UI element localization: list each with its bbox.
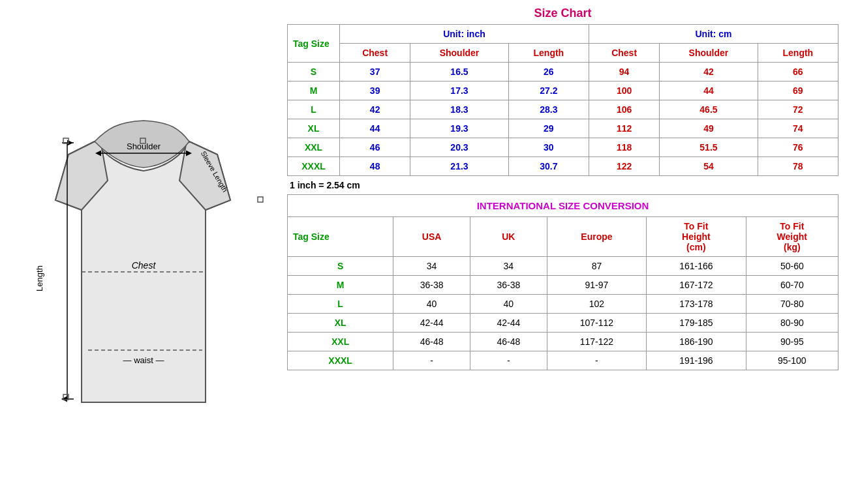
tag-size-header: Tag Size [288,25,340,63]
intl-europe-cell: 91-97 [547,276,646,295]
intl-weight-cell: 50-60 [746,257,838,276]
tag-cell: M [288,82,340,100]
cm-chest-header: Chest [589,44,659,63]
intl-weight-cell: 95-100 [746,351,838,370]
size-table-row: L 42 18.3 28.3 106 46.5 72 [288,100,838,119]
cm-length-cell: 72 [758,100,838,119]
cm-shoulder-cell: 46.5 [660,100,758,119]
intl-uk-header: UK [470,217,547,257]
tag-cell: S [288,63,340,82]
cm-chest-cell: 112 [589,119,659,138]
intl-height-header: To FitHeight(cm) [647,217,746,257]
inch-shoulder-cell: 19.3 [410,119,508,138]
intl-europe-cell: 117-122 [547,333,646,351]
intl-title: INTERNATIONAL SIZE CONVERSION [288,195,838,217]
inch-shoulder-cell: 21.3 [410,157,508,176]
cm-chest-cell: 122 [589,157,659,176]
intl-tag-cell: XL [288,314,393,333]
inch-chest-cell: 48 [340,157,410,176]
svg-text:— waist —: — waist — [123,355,164,365]
intl-usa-cell: 36-38 [393,276,470,295]
intl-table-row: S 34 34 87 161-166 50-60 [288,257,838,276]
intl-uk-cell: - [470,351,547,370]
intl-table-row: XXXL - - - 191-196 95-100 [288,351,838,370]
intl-tag-cell: S [288,257,393,276]
intl-usa-cell: - [393,351,470,370]
inch-length-cell: 28.3 [508,100,589,119]
tag-cell: L [288,100,340,119]
size-table-row: S 37 16.5 26 94 42 66 [288,63,838,82]
intl-tag-cell: XXXL [288,351,393,370]
cm-shoulder-cell: 44 [660,82,758,100]
intl-uk-cell: 40 [470,295,547,314]
inch-shoulder-header: Shoulder [410,44,508,63]
inch-length-cell: 29 [508,119,589,138]
cm-shoulder-cell: 42 [660,63,758,82]
cm-length-cell: 78 [758,157,838,176]
cm-length-cell: 66 [758,63,838,82]
inch-chest-cell: 42 [340,100,410,119]
cm-chest-cell: 94 [589,63,659,82]
cm-chest-cell: 106 [589,100,659,119]
intl-table-row: XXL 46-48 46-48 117-122 186-190 90-95 [288,333,838,351]
intl-weight-header: To FitWeight(kg) [746,217,838,257]
intl-table: INTERNATIONAL SIZE CONVERSION Tag Size U… [287,194,838,370]
cm-shoulder-cell: 49 [660,119,758,138]
inch-shoulder-cell: 18.3 [410,100,508,119]
intl-usa-cell: 42-44 [393,314,470,333]
intl-weight-cell: 60-70 [746,276,838,295]
inch-chest-cell: 44 [340,119,410,138]
intl-usa-header: USA [393,217,470,257]
intl-uk-cell: 36-38 [470,276,547,295]
cm-chest-cell: 100 [589,82,659,100]
intl-weight-cell: 90-95 [746,333,838,351]
tag-cell: XL [288,119,340,138]
inch-length-cell: 30.7 [508,157,589,176]
intl-uk-cell: 46-48 [470,333,547,351]
right-panel: Size Chart Tag Size Unit: inch Unit: cm … [287,0,845,377]
intl-usa-cell: 46-48 [393,333,470,351]
inch-length-cell: 30 [508,138,589,157]
cm-length-cell: 74 [758,119,838,138]
intl-weight-cell: 70-80 [746,295,838,314]
size-table-row: XXXL 48 21.3 30.7 122 54 78 [288,157,838,176]
intl-height-cell: 186-190 [647,333,746,351]
cm-shoulder-header: Shoulder [660,44,758,63]
inch-chest-cell: 39 [340,82,410,100]
intl-europe-header: Europe [547,217,646,257]
diagram-panel: Shoulder Length Chest — waist — Sleeve L… [0,0,287,504]
unit-cm-header: Unit: cm [589,25,838,44]
unit-inch-header: Unit: inch [340,25,589,44]
tag-cell: XXL [288,138,340,157]
intl-table-row: L 40 40 102 173-178 70-80 [288,295,838,314]
intl-height-cell: 161-166 [647,257,746,276]
inch-chest-cell: 46 [340,138,410,157]
svg-text:Length: Length [35,265,44,291]
size-chart-title: Size Chart [287,7,838,20]
svg-rect-14 [258,197,263,202]
cm-shoulder-cell: 51.5 [660,138,758,157]
tshirt-diagram: Shoulder Length Chest — waist — Sleeve L… [23,70,264,435]
intl-tag-cell: M [288,276,393,295]
intl-table-row: XL 42-44 42-44 107-112 179-185 80-90 [288,314,838,333]
inch-length-cell: 26 [508,63,589,82]
size-table-row: XL 44 19.3 29 112 49 74 [288,119,838,138]
intl-height-cell: 179-185 [647,314,746,333]
size-table: Tag Size Unit: inch Unit: cm Chest Shoul… [287,24,838,176]
intl-europe-cell: 107-112 [547,314,646,333]
intl-height-cell: 173-178 [647,295,746,314]
inch-shoulder-cell: 20.3 [410,138,508,157]
inch-shoulder-cell: 16.5 [410,63,508,82]
intl-tag-cell: XXL [288,333,393,351]
cm-chest-cell: 118 [589,138,659,157]
intl-tag-header: Tag Size [288,217,393,257]
inch-chest-cell: 37 [340,63,410,82]
tag-cell: XXXL [288,157,340,176]
intl-europe-cell: 102 [547,295,646,314]
intl-usa-cell: 40 [393,295,470,314]
inch-chest-header: Chest [340,44,410,63]
intl-europe-cell: 87 [547,257,646,276]
cm-length-cell: 69 [758,82,838,100]
cm-length-header: Length [758,44,838,63]
intl-uk-cell: 42-44 [470,314,547,333]
